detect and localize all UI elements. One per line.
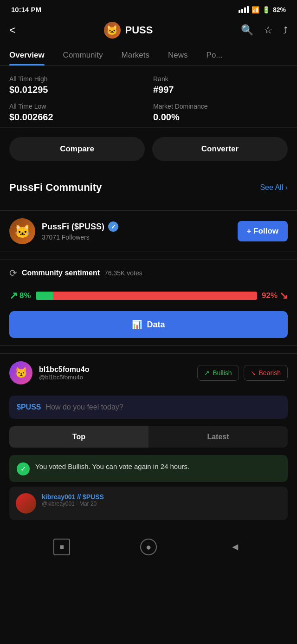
status-time: 10:14 PM	[11, 6, 41, 13]
ath-label: All Time High	[9, 75, 144, 83]
notification: ✓ You voted Bullish. You can vote again …	[9, 455, 288, 482]
sentiment-bar	[36, 292, 257, 300]
community-avatar: 🐱	[9, 218, 35, 244]
tab-overview[interactable]: Overview	[0, 46, 54, 65]
input-area[interactable]: $PUSS How do you feel today?	[9, 396, 288, 419]
post-info: kibreay001 // $PUSS @kibreay001 · Mar 20	[42, 493, 281, 514]
vote-row: 😾 bl1bc5fomu4o @bl1bc5fomu4o ↗ Bullish ↘…	[0, 353, 297, 392]
stat-all-time-high: All Time High $0.01295	[9, 75, 144, 95]
stat-market-dominance: Market Dominance 0.00%	[153, 103, 288, 123]
community-name: PussFi ($PUSS) ✓	[42, 221, 238, 232]
status-right: 📶 🔋 82%	[239, 6, 286, 13]
vote-username: bl1bc5fomu4o	[39, 365, 191, 374]
community-info: PussFi ($PUSS) ✓ 37071 Followers	[42, 221, 238, 241]
compare-button[interactable]: Compare	[9, 137, 145, 161]
stat-all-time-low: All Time Low $0.002662	[9, 103, 144, 123]
header: < 🐱 PUSS 🔍 ☆ ⤴	[0, 17, 297, 46]
input-placeholder: How do you feel today?	[45, 403, 123, 411]
user-avatar: 😾	[9, 361, 32, 384]
community-followers: 37071 Followers	[42, 234, 238, 241]
data-button[interactable]: 📊 Data	[9, 311, 288, 338]
bullish-pct: ↗ 8%	[9, 290, 31, 302]
section-title: PussFi Community	[9, 182, 102, 194]
follow-button[interactable]: + Follow	[238, 221, 288, 241]
ath-value: $0.01295	[9, 85, 144, 95]
post-avatar	[16, 493, 36, 514]
tab-portfolio[interactable]: Po...	[197, 46, 232, 65]
divider-3	[0, 345, 297, 346]
bearish-arrow-icon: ↘	[279, 290, 288, 302]
nav-back-button[interactable]: ◄	[227, 539, 244, 555]
coin-name: PUSS	[125, 24, 153, 36]
sentiment-votes: 76.35K votes	[104, 269, 142, 277]
tab-markets[interactable]: Markets	[112, 46, 159, 65]
action-buttons: Compare Converter	[0, 128, 297, 170]
data-chart-icon: 📊	[132, 319, 142, 330]
converter-button[interactable]: Converter	[152, 137, 288, 161]
vote-handle: @bl1bc5fomu4o	[39, 374, 191, 381]
share-icon[interactable]: ⤴	[283, 25, 288, 36]
tab-top[interactable]: Top	[9, 426, 148, 448]
post-user: kibreay001 // $PUSS	[42, 493, 281, 501]
post-item: kibreay001 // $PUSS @kibreay001 · Mar 20	[9, 487, 288, 520]
status-bar: 10:14 PM 📶 🔋 82%	[0, 0, 297, 17]
battery-pct: 82%	[273, 6, 286, 13]
nav-circle-button[interactable]: ●	[140, 539, 157, 555]
sentiment-icon: ⟳	[9, 267, 17, 279]
nav-bar: ■ ● ◄	[0, 529, 297, 565]
nav-square-button[interactable]: ■	[53, 539, 70, 555]
sentiment-bar-container: ↗ 8% 92% ↘	[0, 286, 297, 309]
vote-user-info: bl1bc5fomu4o @bl1bc5fomu4o	[39, 365, 191, 381]
dominance-label: Market Dominance	[153, 103, 288, 110]
notif-text: You voted Bullish. You can vote again in…	[35, 462, 280, 472]
bullish-vote-button[interactable]: ↗ Bullish	[197, 365, 239, 381]
square-icon: ■	[59, 543, 64, 551]
bear-arrow-icon: ↘	[251, 369, 256, 377]
rank-label: Rank	[153, 75, 288, 83]
check-icon: ✓	[17, 462, 30, 475]
bull-arrow-icon: ↗	[204, 369, 210, 377]
post-handle-time: @kibreay001 · Mar 20	[42, 501, 281, 507]
sentiment-row: ⟳ Community sentiment 76.35K votes	[0, 260, 297, 286]
see-all-button[interactable]: See All ›	[260, 183, 288, 192]
divider-2	[0, 252, 297, 252]
signal-bars	[239, 6, 249, 13]
back-button[interactable]: <	[9, 24, 16, 37]
section-header: PussFi Community See All ›	[9, 182, 288, 194]
tab-latest[interactable]: Latest	[148, 426, 288, 448]
tab-community[interactable]: Community	[54, 46, 112, 65]
header-title: 🐱 PUSS	[104, 22, 153, 39]
sentiment-label: Community sentiment	[22, 269, 100, 277]
battery-icon: 🔋	[262, 6, 270, 13]
atl-value: $0.002662	[9, 112, 144, 123]
bottom-tabs: Top Latest	[9, 426, 288, 448]
divider-1	[0, 210, 297, 211]
atl-label: All Time Low	[9, 103, 144, 110]
header-icons: 🔍 ☆ ⤴	[241, 24, 288, 36]
tabs: Overview Community Markets News Po...	[0, 46, 297, 66]
wifi-icon: 📶	[252, 6, 259, 13]
community-profile: 🐱 PussFi ($PUSS) ✓ 37071 Followers + Fol…	[0, 218, 297, 252]
verified-badge: ✓	[108, 221, 118, 232]
tab-news[interactable]: News	[159, 46, 197, 65]
bullish-arrow-icon: ↗	[9, 290, 18, 302]
community-section: PussFi Community See All ›	[0, 170, 297, 210]
input-ticker: $PUSS	[17, 403, 41, 411]
circle-icon: ●	[146, 542, 151, 553]
vote-actions: ↗ Bullish ↘ Bearish	[197, 365, 288, 381]
rank-value: #997	[153, 85, 288, 95]
bearish-pct: 92% ↘	[262, 290, 288, 302]
dominance-value: 0.00%	[153, 112, 288, 123]
coin-avatar: 🐱	[104, 22, 121, 39]
search-icon[interactable]: 🔍	[241, 24, 253, 36]
star-icon[interactable]: ☆	[264, 24, 273, 36]
stat-rank: Rank #997	[153, 75, 288, 95]
bearish-vote-button[interactable]: ↘ Bearish	[244, 365, 288, 381]
bullish-bar-fill	[36, 292, 53, 300]
see-all-arrow: ›	[285, 183, 288, 191]
triangle-icon: ◄	[230, 541, 240, 553]
stats-grid: All Time High $0.01295 Rank #997 All Tim…	[0, 66, 297, 128]
